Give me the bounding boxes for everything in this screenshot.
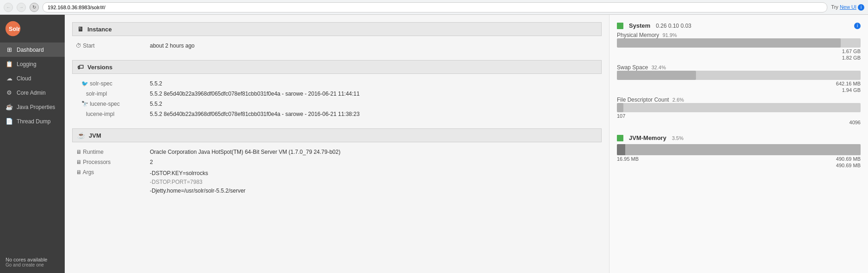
physical-memory-section: Physical Memory 91.9% 1.67 GB 1 — [617, 32, 861, 61]
jvm-title: JVM — [89, 132, 101, 139]
left-panel: 🖥 Instance ⏱ Start about 2 hours ago 🏷 V… — [65, 15, 609, 273]
fd-labels: 107 — [617, 113, 861, 119]
lucene-impl-value: 5.5.2 8e5d40b22a3968df065dfc078ef81cbb03… — [146, 109, 602, 119]
jvm-memory-icon — [617, 135, 623, 141]
sidebar-item-java-properties[interactable]: ☕ Java Properties — [0, 100, 65, 114]
physical-memory-total-row: 1.82 GB — [617, 55, 861, 61]
system-icon — [617, 23, 623, 29]
sidebar-item-logging[interactable]: 📋 Logging — [0, 57, 65, 71]
versions-section-header: 🏷 Versions — [72, 60, 602, 74]
fd-used: 107 — [617, 113, 625, 119]
swap-used: 642.16 MB — [836, 81, 861, 86]
lucene-impl-label: lucene-impl — [72, 109, 146, 119]
swap-bar-bg — [617, 71, 861, 80]
system-load: 0.26 0.10 0.03 — [656, 23, 691, 29]
sidebar-item-label: Logging — [17, 61, 37, 67]
refresh-button[interactable]: ↻ — [30, 3, 39, 12]
dashboard-icon: ⊞ — [6, 46, 13, 53]
jvm-memory-total: 490.69 MB — [836, 156, 861, 162]
jvm-icon: ☕ — [77, 132, 85, 139]
solr-spec-icon: 🐦 — [81, 80, 88, 87]
args-value: -DSTOP.KEY=solrrocks -DSTOP.PORT=7983 -D… — [146, 167, 602, 198]
right-panel: System 0.26 0.10 0.03 i Physical Memory … — [609, 15, 868, 273]
solr-impl-label: solr-impl — [72, 89, 146, 99]
file-descriptor-section: File Descriptor Count 2.6% 107 — [617, 97, 861, 125]
system-section: System 0.26 0.10 0.03 i Physical Memory … — [617, 22, 861, 125]
jvm-memory-total2-row: 490.69 MB — [617, 163, 861, 168]
runtime-value: Oracle Corporation Java HotSpot(TM) 64-B… — [146, 147, 602, 157]
jvm-memory-percent: 3.5% — [672, 135, 683, 141]
solr-spec-value: 5.5.2 — [146, 79, 602, 89]
new-ui-link[interactable]: New UI — [840, 4, 856, 10]
back-button[interactable]: ← — [4, 3, 13, 12]
lucene-spec-value: 5.5.2 — [146, 99, 602, 109]
solr-spec-label: 🐦 solr-spec — [72, 79, 146, 89]
solr-logo-icon: Solr — [5, 20, 21, 37]
fd-bar-container — [617, 103, 861, 112]
lucene-icon: 🔭 — [81, 101, 88, 107]
versions-title: Versions — [87, 64, 112, 71]
logging-icon: 📋 — [6, 61, 13, 67]
versions-icon: 🏷 — [77, 63, 84, 71]
processors-value: 2 — [146, 157, 602, 167]
swap-bar-fill — [617, 71, 696, 80]
sidebar-item-label: Cloud — [17, 75, 31, 82]
main-content: 🖥 Instance ⏱ Start about 2 hours ago 🏷 V… — [65, 15, 868, 273]
jvm-memory-bar — [617, 144, 861, 155]
start-icon: ⏱ — [76, 42, 81, 49]
sidebar-item-thread-dump[interactable]: 📄 Thread Dump — [0, 114, 65, 128]
physical-memory-bar-bg — [617, 38, 861, 48]
jvm-bar-used — [617, 144, 625, 155]
info-icon[interactable]: i — [858, 4, 864, 11]
sidebar-item-label: Core Admin — [17, 90, 46, 96]
swap-label-row: Swap Space 32.4% — [617, 64, 861, 71]
browser-bar: ← → ↻ Try New UI i — [0, 0, 868, 15]
solr-impl-row: solr-impl 5.5.2 8e5d40b22a3968df065dfc07… — [72, 89, 602, 99]
no-cores-label: No cores available — [6, 257, 59, 262]
core-admin-icon: ⚙ — [6, 89, 13, 96]
no-cores-section: No cores available Go and create one — [0, 251, 65, 273]
start-label: ⏱ Start — [72, 41, 146, 51]
jvm-memory-total2: 490.69 MB — [836, 163, 861, 168]
sidebar-item-core-admin[interactable]: ⚙ Core Admin — [0, 85, 65, 100]
fd-bar-fill — [617, 103, 623, 112]
runtime-row: 🖥 Runtime Oracle Corporation Java HotSpo… — [72, 147, 602, 157]
try-new-ui-label: Try New UI i — [831, 4, 864, 11]
processors-row: 🖥 Processors 2 — [72, 157, 602, 167]
lucene-spec-row: 🔭 lucene-spec 5.5.2 — [72, 99, 602, 109]
url-bar[interactable] — [43, 2, 827, 12]
physical-memory-bar-container — [617, 38, 861, 48]
swap-labels: 642.16 MB — [617, 81, 861, 86]
jvm-memory-bar-container — [617, 144, 861, 155]
sidebar-item-label: Dashboard — [17, 47, 44, 53]
processors-label: 🖥 Processors — [72, 157, 146, 167]
physical-memory-total: 1.82 GB — [842, 55, 861, 61]
physical-memory-used: 1.67 GB — [842, 49, 861, 54]
create-core-label: Go and create one — [6, 262, 59, 267]
sidebar-item-label: Thread Dump — [17, 118, 50, 125]
system-title: System — [629, 22, 650, 29]
logo: Solr — [0, 15, 65, 42]
jvm-bar-total — [625, 144, 861, 155]
physical-memory-bar-fill — [617, 38, 841, 48]
instance-section-header: 🖥 Instance — [72, 22, 602, 36]
lucene-spec-label: 🔭 lucene-spec — [72, 99, 146, 109]
solr-spec-row: 🐦 solr-spec 5.5.2 — [72, 79, 602, 89]
jvm-memory-title: JVM-Memory — [629, 134, 666, 141]
sidebar-item-dashboard[interactable]: ⊞ Dashboard — [0, 42, 65, 57]
system-info-icon[interactable]: i — [854, 23, 861, 29]
solr-impl-value: 5.5.2 8e5d40b22a3968df065dfc078ef81cbb03… — [146, 89, 602, 99]
runtime-label: 🖥 Runtime — [72, 147, 146, 157]
sidebar-item-cloud[interactable]: ☁ Cloud — [0, 71, 65, 85]
args-label: 🖥 Args — [72, 167, 146, 198]
forward-button[interactable]: → — [17, 3, 26, 12]
system-header: System 0.26 0.10 0.03 i — [617, 22, 861, 29]
jvm-memory-labels: 16.95 MB 490.69 MB — [617, 156, 861, 162]
instance-title: Instance — [87, 26, 112, 33]
runtime-icon: 🖥 — [76, 149, 81, 155]
thread-dump-icon: 📄 — [6, 118, 13, 125]
cloud-icon: ☁ — [6, 75, 13, 82]
swap-bar-container — [617, 71, 861, 80]
instance-table: ⏱ Start about 2 hours ago — [72, 41, 602, 51]
fd-total-row: 4096 — [617, 120, 861, 125]
